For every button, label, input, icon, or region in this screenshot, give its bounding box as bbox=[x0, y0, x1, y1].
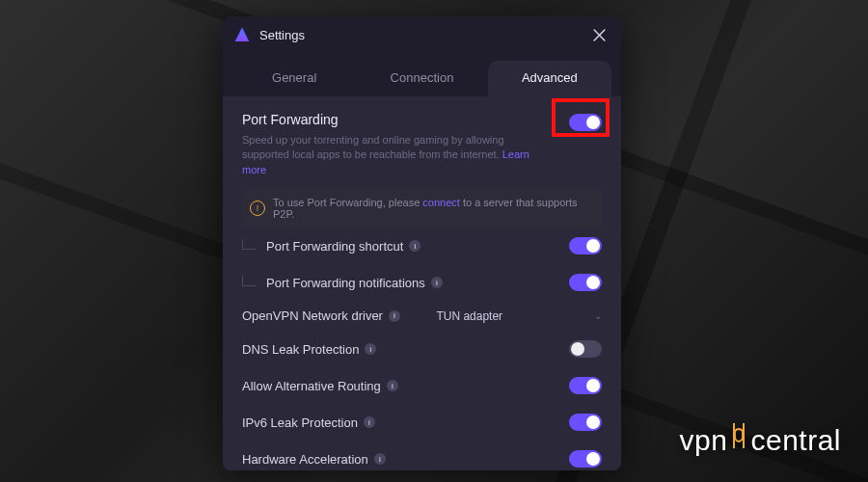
pf-shortcut-toggle[interactable] bbox=[569, 237, 602, 254]
indent-icon bbox=[242, 276, 257, 286]
openvpn-driver-label: OpenVPN Network driver bbox=[242, 308, 383, 323]
pf-shortcut-label: Port Forwarding shortcut bbox=[266, 239, 403, 254]
close-icon[interactable] bbox=[588, 24, 610, 45]
row-hw-accel: Hardware Acceleration i bbox=[242, 441, 602, 470]
advanced-panel: Port Forwarding Speed up your torrenting… bbox=[223, 96, 621, 470]
hw-accel-label: Hardware Acceleration bbox=[242, 452, 368, 467]
info-icon[interactable]: i bbox=[364, 416, 375, 428]
connect-link[interactable]: connect bbox=[422, 197, 460, 208]
dns-leak-toggle[interactable] bbox=[569, 340, 602, 358]
ipv6-leak-label: IPv6 Leak Protection bbox=[242, 415, 358, 430]
port-forwarding-title: Port Forwarding bbox=[242, 112, 554, 127]
row-pf-notifications: Port Forwarding notifications i bbox=[242, 264, 602, 301]
tab-general[interactable]: General bbox=[232, 61, 356, 96]
brand-separator-icon bbox=[730, 421, 747, 450]
chevron-down-icon: ⌄ bbox=[594, 310, 602, 321]
p2p-notice: ! To use Port Forwarding, please connect… bbox=[242, 189, 602, 228]
pf-notifications-toggle[interactable] bbox=[569, 274, 602, 291]
info-icon[interactable]: i bbox=[387, 380, 398, 391]
app-logo-icon bbox=[234, 27, 250, 42]
window-title: Settings bbox=[259, 28, 579, 42]
tab-connection[interactable]: Connection bbox=[360, 61, 483, 96]
pf-notifications-label: Port Forwarding notifications bbox=[266, 276, 425, 290]
svg-marker-1 bbox=[236, 29, 249, 41]
info-icon[interactable]: i bbox=[389, 310, 400, 322]
info-icon[interactable]: i bbox=[365, 343, 376, 355]
dns-leak-label: DNS Leak Protection bbox=[242, 342, 359, 357]
indent-icon bbox=[242, 239, 257, 250]
port-forwarding-toggle[interactable] bbox=[569, 114, 602, 131]
tabs-bar: General Connection Advanced bbox=[223, 51, 621, 96]
info-icon[interactable]: i bbox=[431, 277, 443, 288]
openvpn-driver-value: TUN adapter bbox=[436, 309, 594, 323]
alt-routing-toggle[interactable] bbox=[569, 377, 602, 394]
brand-watermark: vpn central bbox=[680, 421, 841, 457]
row-dns-leak: DNS Leak Protection i bbox=[242, 331, 602, 367]
alt-routing-label: Allow Alternative Routing bbox=[242, 379, 381, 393]
title-bar: Settings bbox=[223, 16, 621, 51]
hw-accel-toggle[interactable] bbox=[569, 450, 602, 468]
row-alt-routing: Allow Alternative Routing i bbox=[242, 367, 602, 404]
port-forwarding-description: Speed up your torrenting and online gami… bbox=[242, 133, 554, 177]
settings-window: Settings General Connection Advanced Por… bbox=[223, 16, 621, 470]
info-icon[interactable]: i bbox=[409, 240, 420, 252]
tab-advanced[interactable]: Advanced bbox=[488, 61, 611, 96]
info-icon[interactable]: i bbox=[374, 453, 386, 465]
brand-vpn-text: vpn bbox=[680, 424, 728, 457]
row-openvpn-driver[interactable]: OpenVPN Network driver i TUN adapter ⌄ bbox=[242, 301, 602, 331]
row-ipv6-leak: IPv6 Leak Protection i bbox=[242, 404, 602, 441]
row-pf-shortcut: Port Forwarding shortcut i bbox=[242, 228, 602, 264]
brand-central-text: central bbox=[750, 424, 841, 457]
ipv6-leak-toggle[interactable] bbox=[569, 414, 602, 431]
warning-icon: ! bbox=[250, 201, 265, 216]
